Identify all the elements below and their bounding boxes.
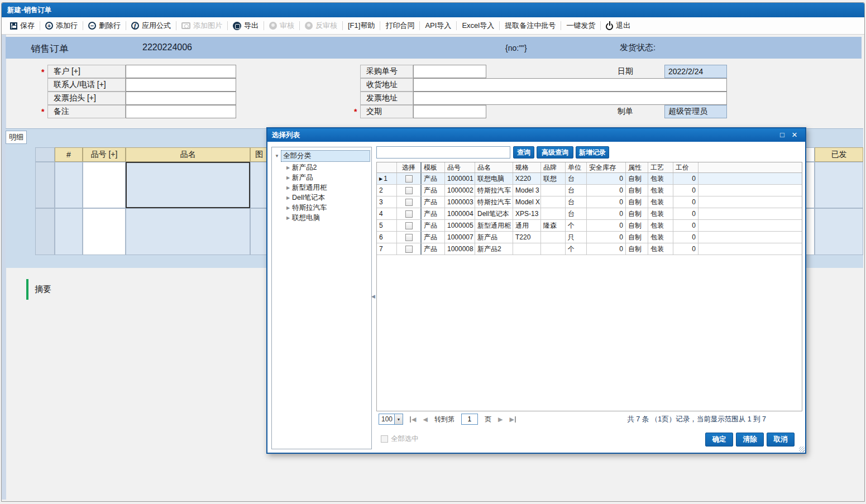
cell-process[interactable]: 包装 bbox=[648, 208, 673, 219]
row-checkbox[interactable] bbox=[405, 175, 413, 183]
column-header-6[interactable]: 品牌 bbox=[541, 162, 566, 172]
row-checkbox[interactable] bbox=[405, 246, 413, 253]
api-import-button[interactable]: API导入 bbox=[421, 19, 455, 32]
tree-collapsed-icon[interactable]: ▶ bbox=[284, 215, 292, 220]
cell-item_no[interactable]: 1000005 bbox=[445, 220, 475, 231]
page-size-select[interactable]: 100 ▼ bbox=[379, 414, 403, 425]
column-header-10[interactable]: 工艺 bbox=[648, 162, 673, 172]
cell-unit[interactable]: 个 bbox=[566, 220, 587, 231]
cell-name[interactable]: 特斯拉汽车 bbox=[475, 185, 513, 196]
detail-row2-itemname[interactable] bbox=[126, 208, 250, 255]
tree-expanded-icon[interactable]: ▼ bbox=[273, 153, 281, 159]
cell-spec[interactable]: X220 bbox=[513, 173, 541, 184]
cell-process[interactable]: 包装 bbox=[648, 220, 673, 231]
select-all-control[interactable]: 全部选中 bbox=[381, 434, 419, 444]
cell-spec[interactable]: Model 3 bbox=[513, 185, 541, 196]
collapse-panel-icon[interactable]: ◀ bbox=[371, 294, 375, 299]
save-button[interactable]: 保存 bbox=[6, 19, 39, 32]
cell-brand[interactable] bbox=[541, 208, 566, 219]
cell-attr[interactable]: 自制 bbox=[626, 220, 648, 231]
tree-item-4[interactable]: ▶特斯拉汽车 bbox=[272, 203, 371, 213]
tab-detail[interactable]: 明细 bbox=[6, 131, 27, 144]
detail-row2-shipped[interactable] bbox=[815, 208, 863, 255]
cell-brand[interactable] bbox=[541, 232, 566, 243]
cell-labor_price[interactable]: 0 bbox=[673, 220, 698, 231]
column-header-0[interactable] bbox=[377, 162, 397, 172]
invoice-title-input[interactable] bbox=[126, 92, 236, 105]
detail-row1-itemname-selected-cell[interactable] bbox=[126, 162, 250, 208]
tree-item-label[interactable]: 新产品2 bbox=[292, 163, 317, 172]
row-checkbox[interactable] bbox=[405, 199, 413, 206]
detail-col-itemname[interactable]: 品名 bbox=[126, 147, 250, 162]
table-row[interactable]: ▶1产品1000001联想电脑X220联想台0自制包装0 bbox=[377, 173, 802, 185]
excel-import-button[interactable]: Excel导入 bbox=[458, 19, 498, 32]
row-number-cell[interactable]: 3 bbox=[377, 196, 397, 208]
cell-brand[interactable] bbox=[541, 196, 566, 208]
tree-item-label[interactable]: 新型通用柜 bbox=[292, 183, 327, 193]
tree-collapsed-icon[interactable]: ▶ bbox=[284, 195, 292, 200]
cell-brand[interactable] bbox=[541, 243, 566, 255]
ok-button[interactable]: 确定 bbox=[705, 433, 733, 447]
detail-row2-rowno[interactable] bbox=[55, 208, 83, 255]
row-number-cell[interactable]: 5 bbox=[377, 220, 397, 231]
cell-labor_price[interactable]: 0 bbox=[673, 185, 698, 196]
row-number-cell[interactable]: ▶1 bbox=[377, 173, 397, 184]
cell-template[interactable]: 产品 bbox=[422, 196, 445, 208]
apply-formula-button[interactable]: ƒ应用公式 bbox=[127, 19, 175, 32]
row-number-cell[interactable]: 4 bbox=[377, 208, 397, 219]
column-header-11[interactable]: 工价 bbox=[673, 162, 698, 172]
cell-safety_stock[interactable]: 0 bbox=[587, 173, 626, 184]
tree-collapsed-icon[interactable]: ▶ bbox=[284, 205, 292, 210]
cell-template[interactable]: 产品 bbox=[422, 220, 445, 231]
cell-unit[interactable]: 台 bbox=[566, 196, 587, 208]
add-row-button[interactable]: +添加行 bbox=[41, 19, 82, 32]
cell-safety_stock[interactable]: 0 bbox=[587, 243, 626, 255]
cell-item_no[interactable]: 1000002 bbox=[445, 185, 475, 196]
clear-button[interactable]: 清除 bbox=[736, 433, 764, 447]
new-record-button[interactable]: 新增记录 bbox=[576, 146, 609, 159]
print-contract-button[interactable]: 打印合同 bbox=[381, 19, 418, 32]
row-select-cell[interactable] bbox=[397, 173, 422, 184]
cell-template[interactable]: 产品 bbox=[422, 232, 445, 243]
remark-input[interactable] bbox=[126, 105, 236, 118]
cancel-button[interactable]: 取消 bbox=[767, 433, 795, 447]
contact-input[interactable] bbox=[126, 78, 236, 92]
tree-collapsed-icon[interactable]: ▶ bbox=[284, 165, 292, 170]
maximize-icon[interactable]: □ bbox=[776, 129, 788, 141]
row-select-cell[interactable] bbox=[397, 232, 422, 243]
cell-spec[interactable]: T220 bbox=[513, 232, 541, 243]
prev-page-icon[interactable]: ◀ bbox=[423, 416, 427, 423]
table-row[interactable]: 2产品1000002特斯拉汽车Model 3台0自制包装0 bbox=[377, 185, 802, 196]
table-row[interactable]: 7产品1000008新产品2个0自制包装0 bbox=[377, 243, 802, 255]
cell-unit[interactable]: 台 bbox=[566, 185, 587, 196]
detail-row1-shipped[interactable] bbox=[815, 162, 863, 208]
cell-process[interactable]: 包装 bbox=[648, 243, 673, 255]
tree-item-3[interactable]: ▶Dell笔记本 bbox=[272, 193, 371, 203]
ship-addr-input[interactable] bbox=[413, 78, 727, 92]
cell-unit[interactable]: 台 bbox=[566, 173, 587, 184]
tree-item-label[interactable]: 新产品 bbox=[292, 173, 313, 183]
cell-brand[interactable]: 隆森 bbox=[541, 220, 566, 231]
cell-attr[interactable]: 自制 bbox=[626, 196, 648, 208]
cell-process[interactable]: 包装 bbox=[648, 196, 673, 208]
column-header-3[interactable]: 品号 bbox=[445, 162, 475, 172]
cell-safety_stock[interactable]: 0 bbox=[587, 196, 626, 208]
delivery-date-input[interactable] bbox=[413, 105, 486, 118]
cell-process[interactable]: 包装 bbox=[648, 232, 673, 243]
cell-item_no[interactable]: 1000004 bbox=[445, 208, 475, 219]
cell-unit[interactable]: 个 bbox=[566, 243, 587, 255]
customer-input[interactable] bbox=[126, 65, 236, 78]
tree-root-label[interactable]: 全部分类 bbox=[281, 150, 370, 162]
tree-item-root[interactable]: ▼ 全部分类 bbox=[273, 151, 370, 161]
row-number-cell[interactable]: 2 bbox=[377, 185, 397, 196]
help-button[interactable]: [F1]帮助 bbox=[344, 19, 379, 32]
query-button[interactable]: 查询 bbox=[513, 146, 534, 159]
cell-labor_price[interactable]: 0 bbox=[673, 208, 698, 219]
row-checkbox[interactable] bbox=[405, 234, 413, 241]
detail-col-shipped[interactable]: 已发 bbox=[815, 147, 863, 162]
cell-safety_stock[interactable]: 0 bbox=[587, 232, 626, 243]
tree-item-label[interactable]: 联想电脑 bbox=[292, 213, 320, 223]
dropdown-arrow-icon[interactable]: ▼ bbox=[394, 414, 403, 424]
row-select-cell[interactable] bbox=[397, 196, 422, 208]
page-number-input[interactable] bbox=[461, 414, 478, 425]
